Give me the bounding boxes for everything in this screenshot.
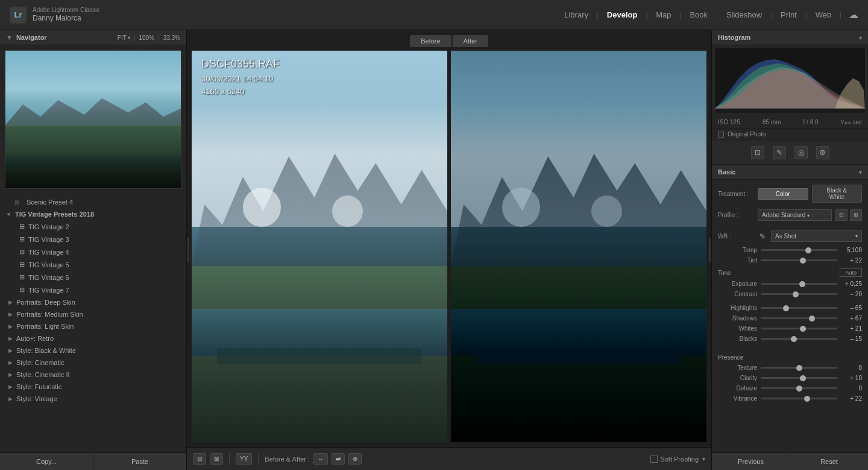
previous-button[interactable]: Previous [712, 453, 790, 470]
top-bar: Lr Adobe Lightroom Classic Danny Maiorca… [0, 0, 868, 30]
category-portraits-medium[interactable]: ▶ Portraits: Medium Skin [0, 308, 186, 320]
before-button[interactable]: Before [410, 35, 451, 47]
auto-button[interactable]: Auto [840, 268, 862, 277]
swap-arrow-3[interactable]: ⊕ [348, 453, 362, 465]
nav-library[interactable]: Library [558, 8, 594, 22]
temp-value: 5,100 [841, 247, 862, 253]
category-style-futuristic[interactable]: ▶ Style: Futuristic [0, 381, 186, 393]
soft-proof-checkbox[interactable] [650, 456, 658, 463]
copy-button[interactable]: Copy... [0, 453, 93, 470]
category-style-cinematic[interactable]: ▶ Style: Cinematic [0, 357, 186, 369]
reset-button[interactable]: Reset [790, 453, 868, 470]
nav-web[interactable]: Web [810, 8, 838, 22]
before-image-pane: DSCF0355.RAF 30/09/2021 14:04:10 4160 x … [192, 51, 447, 442]
crop-tool[interactable]: ⊡ [751, 146, 764, 159]
texture-slider[interactable] [761, 367, 837, 369]
nav-book[interactable]: Book [684, 8, 714, 22]
clarity-slider[interactable] [761, 377, 837, 379]
dehaze-slider-row: Dehaze 0 [718, 385, 862, 392]
nav-slideshow[interactable]: Slideshow [720, 8, 768, 22]
shadows-slider[interactable] [761, 317, 837, 319]
view-mode-grid-btn[interactable]: ⊟ [193, 453, 206, 465]
profile-grid-btn-2[interactable]: ⊞ [850, 209, 862, 221]
preset-tig-5[interactable]: ⊞ TIG Vintage 5 [7, 258, 186, 271]
wb-eyedropper-tool[interactable]: ✎ [758, 232, 767, 241]
contrast-thumb[interactable] [793, 291, 799, 297]
dehaze-thumb[interactable] [796, 386, 802, 392]
swap-arrow-2[interactable]: ⇄ [332, 453, 345, 465]
red-eye-tool[interactable]: ◎ [794, 146, 808, 159]
category-portraits-deep[interactable]: ▶ Portraits: Deep Skin [0, 296, 186, 308]
preset-scenic-4[interactable]: ⊞ Scenic Preset 4 [0, 196, 186, 208]
category-style-bw[interactable]: ▶ Style: Black & White [0, 345, 186, 357]
tint-slider[interactable] [761, 259, 837, 261]
texture-label: Texture [718, 364, 757, 371]
whites-slider[interactable] [761, 328, 837, 329]
zoom-33[interactable]: 33.3% [163, 34, 180, 41]
profile-select[interactable]: Adobe Standard ▾ [758, 209, 832, 221]
tint-thumb[interactable] [800, 258, 806, 264]
filename: DSCF0355.RAF [201, 58, 280, 71]
masking-tool[interactable]: ⚙ [816, 146, 829, 159]
clarity-thumb[interactable] [800, 375, 806, 381]
nav-develop[interactable]: Develop [601, 8, 644, 22]
app-branding: Lr Adobe Lightroom Classic Danny Maiorca [10, 6, 99, 24]
temp-thumb[interactable] [805, 247, 811, 253]
collapse-left-panel[interactable]: ‹ [187, 238, 189, 262]
nav-map[interactable]: Map [650, 8, 677, 22]
swap-btn[interactable]: YY [236, 453, 252, 465]
vibrance-thumb[interactable] [804, 396, 810, 402]
swap-arrow-1[interactable]: ↔ [313, 453, 328, 465]
exposure-thumb[interactable] [799, 281, 805, 287]
thumbnail-image [5, 50, 181, 189]
focal-value: 85 mm [763, 119, 781, 125]
category-style-cinematic2[interactable]: ▶ Style: Cinematic II [0, 369, 186, 381]
collapse-right-panel[interactable]: › [709, 238, 711, 262]
dehaze-slider[interactable] [761, 387, 837, 389]
shadows-thumb[interactable] [809, 316, 815, 322]
texture-thumb[interactable] [796, 365, 802, 371]
after-button[interactable]: After [453, 35, 488, 47]
wb-select[interactable]: As Shot ▾ [771, 230, 862, 242]
preset-tig-7[interactable]: ⊞ TIG Vintage 7 [7, 284, 186, 296]
contrast-slider[interactable] [761, 293, 837, 295]
blacks-slider[interactable] [761, 338, 837, 340]
clarity-slider-row: Clarity + 10 [718, 375, 862, 381]
highlights-slider[interactable] [761, 307, 837, 309]
preset-group-tig[interactable]: ▼ TIG Vintage Presets 2018 [0, 208, 186, 220]
category-portraits-light[interactable]: ▶ Portraits: Light Skin [0, 320, 186, 332]
cloud-icon[interactable]: ☁ [849, 9, 858, 21]
navigator-header: ▼ Navigator FIT ▾ | 100% | 33.3% [0, 30, 186, 45]
highlights-thumb[interactable] [783, 305, 789, 311]
right-panel: Histogram ▾ ◢ ◣ ISO 125 85 [711, 30, 868, 470]
preset-tig-4[interactable]: ⊞ TIG Vintage 4 [7, 246, 186, 258]
nav-print[interactable]: Print [775, 8, 803, 22]
vibrance-slider[interactable] [761, 398, 837, 399]
original-photo-checkbox[interactable] [718, 132, 724, 138]
fit-button[interactable]: FIT ▾ [118, 34, 130, 41]
whites-thumb[interactable] [800, 326, 806, 332]
spot-removal-tool[interactable]: ✎ [773, 146, 786, 159]
left-panel: ▼ Navigator FIT ▾ | 100% | 33.3% [0, 30, 187, 470]
zoom-100[interactable]: 100% [139, 34, 154, 41]
preset-tig-2[interactable]: ⊞ TIG Vintage 2 [7, 220, 186, 233]
temp-slider[interactable] [761, 249, 837, 251]
profile-grid-btn-1[interactable]: ⊟ [835, 209, 848, 221]
after-image-pane [451, 51, 706, 442]
category-auto-retro[interactable]: ▶ Auto+: Retro [0, 332, 186, 345]
view-mode-split-btn[interactable]: ⊠ [210, 453, 223, 465]
basic-section-header[interactable]: Basic ▾ [712, 165, 868, 180]
paste-button[interactable]: Paste [93, 453, 186, 470]
preset-tig-6[interactable]: ⊞ TIG Vintage 6 [7, 271, 186, 284]
histogram-meta: ISO 125 85 mm f / 8,0 ¹⁄₄₀₀ sec [712, 116, 868, 129]
shadows-slider-row: Shadows + 67 [718, 315, 862, 322]
preset-tig-3[interactable]: ⊞ TIG Vintage 3 [7, 233, 186, 246]
exposure-slider[interactable] [761, 283, 837, 285]
bw-treatment-button[interactable]: Black & White [812, 185, 863, 203]
category-style-vintage[interactable]: ▶ Style: Vintage [0, 393, 186, 405]
color-treatment-button[interactable]: Color [758, 188, 808, 200]
toolbar-dropdown-arrow[interactable]: ▾ [702, 456, 705, 462]
histogram-arrow[interactable]: ▾ [859, 34, 862, 41]
clarity-label: Clarity [718, 375, 757, 381]
blacks-thumb[interactable] [791, 336, 797, 342]
